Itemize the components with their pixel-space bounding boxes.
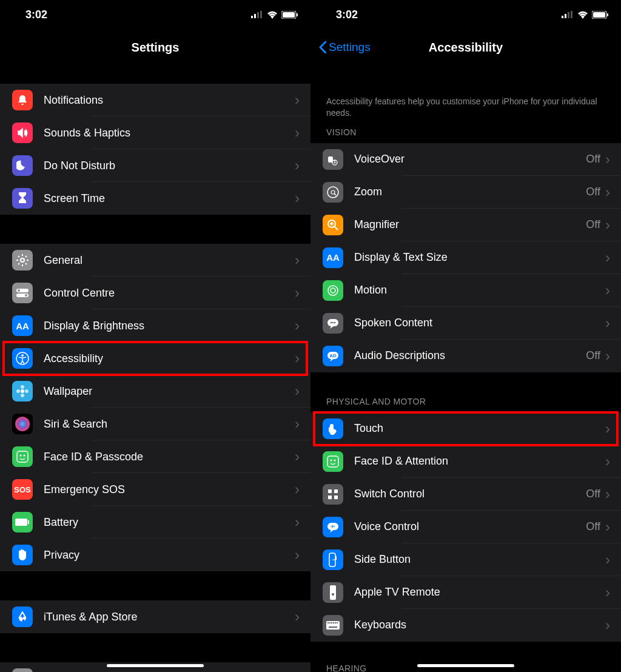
row-label: Control Centre	[44, 287, 295, 300]
privacy-icon	[12, 545, 33, 565]
svg-point-50	[334, 459, 336, 461]
row-label: Spoken Content	[354, 317, 605, 329]
chevron-left-icon	[319, 41, 326, 53]
svg-rect-55	[327, 523, 338, 530]
row-label: Audio Descriptions	[354, 349, 586, 362]
row-notifications[interactable]: Notifications›	[0, 84, 310, 116]
row-label: Do Not Disturb	[44, 160, 295, 172]
side-button-icon	[323, 549, 343, 570]
home-indicator[interactable]	[107, 664, 204, 667]
row-label: Emergency SOS	[44, 483, 295, 496]
settings-screen: 3:02 Settings Notifications›Sounds & Hap…	[0, 0, 310, 672]
row-battery[interactable]: Battery›	[0, 506, 310, 539]
chevron-right-icon: ›	[605, 454, 610, 469]
row-label: Screen Time	[44, 192, 295, 205]
svg-point-49	[331, 459, 332, 461]
svg-rect-51	[328, 489, 332, 493]
row-sounds-haptics[interactable]: Sounds & Haptics›	[0, 116, 310, 149]
row-siri-search[interactable]: Siri & Search›	[0, 408, 310, 440]
row-spoken-content[interactable]: Spoken Content›	[310, 307, 621, 340]
row-accessibility[interactable]: Accessibility›	[0, 342, 310, 375]
row-display-text-size[interactable]: AADisplay & Text Size›	[310, 241, 621, 274]
svg-point-16	[21, 394, 24, 397]
svg-rect-54	[334, 496, 338, 499]
svg-rect-1	[254, 14, 256, 18]
svg-point-43	[331, 322, 332, 323]
row-itunes-app-store[interactable]: iTunes & App Store›	[0, 600, 310, 633]
row-touch[interactable]: Touch›	[310, 412, 621, 445]
battery-icon	[281, 11, 298, 19]
svg-point-13	[21, 354, 24, 357]
emergency-sos-icon: SOS	[12, 479, 33, 500]
row-apple-tv-remote[interactable]: Apple TV Remote›	[310, 576, 621, 609]
row-face-id-attention[interactable]: Face ID & Attention›	[310, 445, 621, 478]
row-value: Off	[586, 218, 600, 231]
row-display-brightness[interactable]: AADisplay & Brightness›	[0, 309, 310, 342]
row-label: Siri & Search	[44, 418, 295, 431]
svg-point-37	[327, 187, 338, 198]
general-icon	[12, 250, 33, 270]
row-general[interactable]: General›	[0, 244, 310, 277]
row-audio-descriptions[interactable]: ADAudio DescriptionsOff›	[310, 340, 621, 372]
row-wallpaper[interactable]: Wallpaper›	[0, 375, 310, 408]
back-button[interactable]: Settings	[319, 41, 371, 54]
wallpaper-icon	[12, 381, 33, 402]
home-indicator[interactable]	[417, 664, 514, 667]
row-magnifier[interactable]: MagnifierOff›	[310, 209, 621, 241]
svg-point-22	[20, 455, 22, 457]
svg-point-20	[15, 417, 30, 431]
motion-icon	[323, 280, 343, 301]
row-label: Wallpaper	[44, 385, 295, 398]
settings-group: VoiceOverOff›ZoomOff›MagnifierOff›AADisp…	[310, 143, 621, 372]
svg-rect-24	[15, 519, 27, 526]
row-keyboards[interactable]: Keyboards›	[310, 609, 621, 642]
chevron-right-icon: ›	[295, 318, 300, 333]
face-id-passcode-icon	[12, 446, 33, 467]
chevron-right-icon: ›	[605, 618, 610, 633]
svg-rect-27	[562, 16, 563, 18]
row-voiceover[interactable]: VoiceOverOff›	[310, 143, 621, 176]
control-centre-icon	[12, 283, 33, 303]
settings-group: iTunes & App Store›	[0, 600, 310, 633]
row-zoom[interactable]: ZoomOff›	[310, 176, 621, 209]
row-label: VoiceOver	[354, 153, 586, 166]
time: 3:02	[25, 8, 47, 21]
voiceover-icon	[323, 149, 343, 170]
touch-icon	[323, 418, 343, 439]
row-privacy[interactable]: Privacy›	[0, 539, 310, 571]
row-emergency-sos[interactable]: SOSEmergency SOS›	[0, 473, 310, 506]
svg-rect-53	[328, 496, 332, 499]
do-not-disturb-icon	[12, 155, 33, 176]
siri-search-icon	[12, 414, 33, 434]
svg-point-17	[16, 389, 20, 393]
svg-rect-2	[257, 12, 259, 18]
row-label: Side Button	[354, 553, 605, 566]
svg-rect-62	[329, 622, 331, 623]
row-label: Touch	[354, 422, 605, 435]
zoom-icon	[323, 182, 343, 203]
status-bar: 3:02	[0, 0, 310, 29]
row-label: Magnifier	[354, 218, 586, 231]
row-face-id-passcode[interactable]: Face ID & Passcode›	[0, 440, 310, 473]
svg-rect-5	[283, 12, 295, 18]
row-do-not-disturb[interactable]: Do Not Disturb›	[0, 149, 310, 182]
row-label: Zoom	[354, 186, 586, 198]
svg-rect-30	[571, 11, 572, 18]
display-text-size-icon: AA	[323, 247, 343, 268]
row-label: iTunes & App Store	[44, 611, 295, 623]
row-screen-time[interactable]: Screen Time›	[0, 182, 310, 215]
row-label: Keyboards	[354, 619, 605, 631]
svg-point-40	[328, 286, 338, 295]
svg-point-15	[21, 385, 24, 389]
svg-point-45	[334, 322, 335, 323]
chevron-right-icon: ›	[605, 152, 610, 167]
row-switch-control[interactable]: Switch ControlOff›	[310, 478, 621, 511]
row-motion[interactable]: Motion›	[310, 274, 621, 307]
row-control-centre[interactable]: Control Centre›	[0, 277, 310, 309]
row-voice-control[interactable]: Voice ControlOff›	[310, 511, 621, 543]
row-side-button[interactable]: Side Button›	[310, 543, 621, 576]
sounds-haptics-icon	[12, 123, 33, 143]
time: 3:02	[336, 8, 358, 21]
chevron-right-icon: ›	[295, 384, 300, 398]
notifications-icon	[12, 90, 33, 110]
